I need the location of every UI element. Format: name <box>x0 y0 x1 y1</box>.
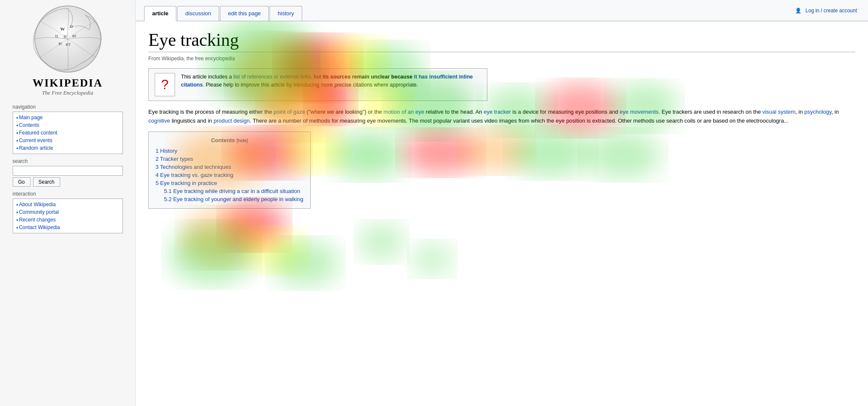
tab-discussion[interactable]: discussion <box>177 6 219 21</box>
sidebar-item-contact[interactable]: Contact Wikipedia <box>17 224 119 231</box>
toc-item-4[interactable]: 4 Eye tracking vs. gaze tracking <box>156 171 303 179</box>
article-body: Eye tracking From Wikipedia, the free en… <box>136 21 868 406</box>
sidebar-item-main-page[interactable]: Main page <box>17 114 119 121</box>
svg-text:ИТ: ИТ <box>66 42 71 47</box>
login-text[interactable]: Log in / create account <box>806 8 857 14</box>
toc-item-5[interactable]: 5 Eye tracking in practice <box>156 179 303 187</box>
main-content: article discussion edit this page histor… <box>136 0 868 406</box>
svg-point-24 <box>403 132 479 174</box>
svg-point-30 <box>246 229 305 272</box>
svg-text:W: W <box>60 26 65 31</box>
svg-point-25 <box>462 129 530 172</box>
svg-point-32 <box>271 240 339 286</box>
refs-link[interactable]: list of references or external links <box>234 74 311 80</box>
tabs: article discussion edit this page histor… <box>144 0 302 21</box>
tab-edit[interactable]: edit this page <box>220 6 269 21</box>
logo-area: W Ω 社 H ЯГ 村 ИТ Wikipedia The Free Encyc… <box>30 4 106 96</box>
tab-history[interactable]: history <box>270 6 302 21</box>
sidebar-item-random[interactable]: Random article <box>17 144 119 152</box>
wikipedia-globe-icon: W Ω 社 H ЯГ 村 ИТ <box>30 4 106 74</box>
toc-hide-button[interactable]: [hide] <box>236 138 248 143</box>
search-input[interactable] <box>13 166 123 176</box>
svg-text:Ω: Ω <box>70 24 73 28</box>
psych-link[interactable]: psychology <box>804 109 832 115</box>
sidebar-item-current-events[interactable]: Current events <box>17 137 119 144</box>
toc-title: Contents [hide] <box>156 137 303 143</box>
article-text: Eye tracking is the process of measuring… <box>148 108 855 126</box>
article-tagline: From Wikipedia, the free encyclopedia <box>148 56 855 62</box>
sidebar-item-about[interactable]: About Wikipedia <box>17 201 119 208</box>
nav-section-title: navigation <box>13 104 123 110</box>
svg-point-23 <box>333 132 405 178</box>
sidebar-item-contents[interactable]: Contents <box>17 121 119 129</box>
search-form: Go Search <box>13 166 123 187</box>
motion-link[interactable]: motion of an eye <box>384 109 424 115</box>
svg-point-27 <box>585 132 661 178</box>
interaction-list: About Wikipedia Community portal Recent … <box>13 199 123 233</box>
svg-point-26 <box>511 129 591 176</box>
unclear-text: its sources remain unclear because it ha… <box>181 74 473 88</box>
movements-link[interactable]: eye movements <box>620 109 659 115</box>
article-title: Eye tracking <box>148 30 855 52</box>
warning-box: ? This article includes a list of refere… <box>148 68 487 101</box>
interaction-section-title: interaction <box>13 191 123 197</box>
sidebar-item-community[interactable]: Community portal <box>17 208 119 216</box>
sidebar-item-featured[interactable]: Featured content <box>17 129 119 137</box>
user-icon: 👤 <box>795 8 801 14</box>
tracker-link[interactable]: eye tracker <box>484 109 511 115</box>
nav-list: Main page Contents Featured content Curr… <box>13 112 123 154</box>
cog-link[interactable]: cognitive <box>148 118 170 124</box>
svg-point-31 <box>170 225 254 284</box>
nav-section: navigation Main page Contents Featured c… <box>13 104 123 154</box>
sidebar: W Ω 社 H ЯГ 村 ИТ Wikipedia The Free Encyc… <box>0 0 136 406</box>
svg-point-29 <box>182 210 259 265</box>
toc-box: Contents [hide] 1 History 2 Tracker type… <box>148 132 311 209</box>
toc-list: 1 History 2 Tracker types 3 Technologies… <box>156 147 303 203</box>
sidebar-item-recent[interactable]: Recent changes <box>17 216 119 224</box>
gaze-link[interactable]: point of gaze <box>274 109 305 115</box>
interaction-section: interaction About Wikipedia Community po… <box>13 191 123 233</box>
tab-article[interactable]: article <box>144 6 176 21</box>
warning-text: This article includes a list of referenc… <box>181 73 481 89</box>
svg-point-34 <box>411 242 453 276</box>
search-section-title: search <box>13 158 123 164</box>
logo-subtitle: The Free Encyclopedia <box>42 90 93 96</box>
toc-item-5-2[interactable]: 5.2 Eye tracking of younger and elderly … <box>156 195 303 203</box>
visual-link[interactable]: visual system <box>762 109 796 115</box>
warning-icon: ? <box>155 73 175 96</box>
top-bar: article discussion edit this page histor… <box>136 0 868 21</box>
svg-point-33 <box>358 223 405 261</box>
toc-item-3[interactable]: 3 Technologies and techniques <box>156 163 303 171</box>
search-button[interactable]: Search <box>33 177 60 187</box>
toc-item-5-1[interactable]: 5.1 Eye tracking while driving a car in … <box>156 187 303 195</box>
search-buttons: Go Search <box>13 177 123 187</box>
go-button[interactable]: Go <box>13 177 31 187</box>
search-section: search Go Search <box>13 158 123 187</box>
svg-text:ЯГ: ЯГ <box>72 34 77 38</box>
logo-title: Wikipedia <box>33 77 103 90</box>
product-link[interactable]: product design <box>214 118 250 124</box>
toc-item-1[interactable]: 1 History <box>156 147 303 155</box>
citations-link[interactable]: it has insufficient inline citations <box>181 74 473 88</box>
toc-item-2[interactable]: 2 Tracker types <box>156 155 303 163</box>
login-link[interactable]: 👤 Log in / create account <box>795 8 860 14</box>
